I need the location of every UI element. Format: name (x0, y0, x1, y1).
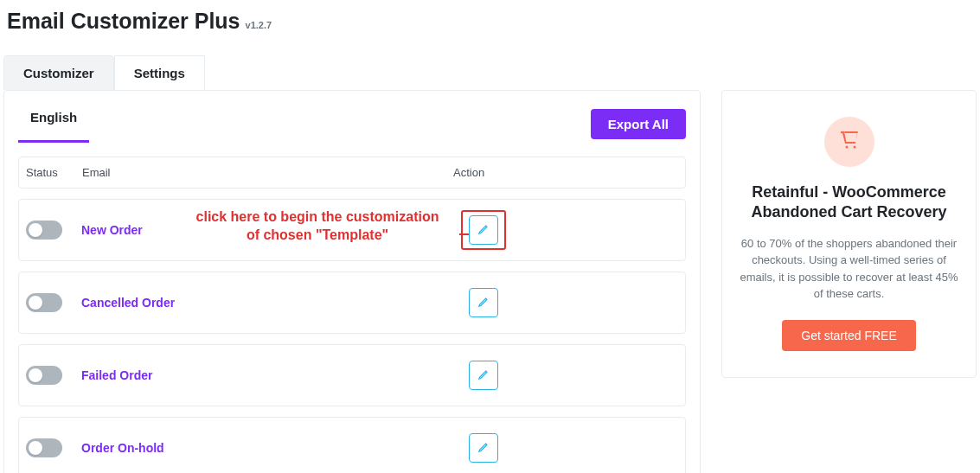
pencil-icon (477, 295, 490, 310)
status-toggle[interactable] (26, 293, 62, 312)
status-toggle[interactable] (26, 438, 62, 457)
template-row-order-on-hold: Order On-hold (18, 417, 686, 473)
promo-cta-button[interactable]: Get started FREE (782, 320, 915, 351)
language-row: English Export All (4, 91, 700, 143)
template-row-cancelled-order: Cancelled Order (18, 272, 686, 334)
status-toggle[interactable] (26, 221, 62, 240)
pencil-icon (477, 440, 490, 456)
tab-customizer[interactable]: Customizer (3, 55, 114, 90)
export-all-button[interactable]: Export All (591, 109, 686, 139)
pencil-icon (477, 368, 490, 383)
promo-title: Retainful - WooCommerce Abandoned Cart R… (738, 182, 960, 223)
template-name[interactable]: Cancelled Order (81, 296, 453, 310)
language-tabs: English (18, 105, 89, 143)
svg-point-2 (845, 146, 848, 149)
pencil-icon (477, 222, 490, 238)
action-cell (453, 433, 678, 463)
edit-template-button[interactable] (469, 215, 498, 245)
edit-template-button[interactable] (469, 361, 498, 390)
col-header-action: Action (453, 166, 678, 179)
svg-point-3 (853, 146, 855, 149)
promo-card: Retainful - WooCommerce Abandoned Cart R… (721, 90, 977, 378)
action-cell (453, 288, 678, 317)
col-header-status: Status (26, 166, 82, 179)
edit-template-button[interactable] (469, 288, 498, 317)
page-header: Email Customizer Plus v1.2.7 (0, 0, 980, 55)
cart-icon (839, 130, 860, 154)
main-tabs: Customizer Settings (3, 55, 980, 90)
promo-description: 60 to 70% of the shoppers abandoned thei… (738, 235, 960, 303)
template-row-failed-order: Failed Order (18, 344, 686, 406)
action-cell (453, 361, 678, 390)
table-header: Status Email Action (18, 157, 686, 189)
page-title: Email Customizer Plus (7, 9, 240, 34)
template-row-new-order: New Order click here to begin the custom… (18, 199, 686, 261)
col-header-email: Email (82, 166, 453, 179)
main-panel: English Export All Status Email Action N… (3, 90, 701, 473)
edit-template-button[interactable] (469, 433, 498, 463)
version-label: v1.2.7 (246, 20, 272, 30)
promo-icon-wrap (824, 117, 874, 167)
tab-settings[interactable]: Settings (114, 55, 205, 90)
template-name[interactable]: Failed Order (81, 368, 453, 382)
action-cell (453, 215, 678, 245)
lang-tab-english[interactable]: English (18, 105, 89, 143)
status-toggle[interactable] (26, 366, 62, 385)
template-name[interactable]: Order On-hold (81, 441, 453, 455)
template-name[interactable]: New Order (81, 223, 453, 237)
